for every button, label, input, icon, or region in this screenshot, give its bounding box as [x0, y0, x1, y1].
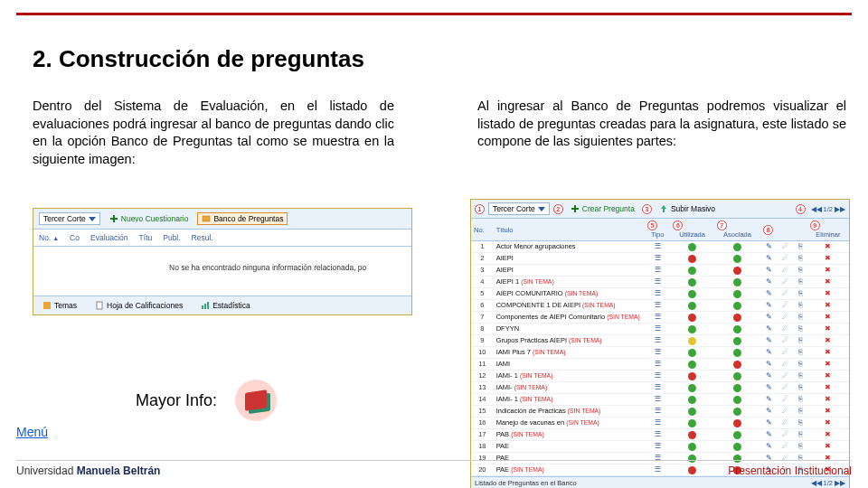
cell-delete[interactable]: ✖ — [807, 418, 849, 429]
cell-title[interactable]: Indicación de Prácticas (SIN TEMA) — [494, 406, 645, 418]
cell-delete[interactable]: ✖ — [807, 324, 849, 335]
cell-delete[interactable]: ✖ — [807, 441, 849, 453]
cell-delete[interactable]: ✖ — [807, 312, 849, 324]
cell-action[interactable]: ✎ — [760, 418, 777, 429]
cell-action[interactable]: ✎ — [760, 312, 777, 324]
cell-delete[interactable]: ✖ — [807, 265, 849, 277]
book-icon[interactable] — [235, 380, 277, 421]
cell-action[interactable]: ☄ — [777, 253, 793, 265]
cell-action[interactable]: ✎ — [760, 359, 777, 371]
corte-selector-2[interactable]: Tercer Corte — [488, 202, 550, 215]
menu-link[interactable]: Menú — [16, 425, 48, 439]
cell-action[interactable]: ☄ — [777, 312, 793, 324]
cell-delete[interactable]: ✖ — [807, 429, 849, 441]
cell-action[interactable]: ✎ — [760, 406, 777, 418]
estadistica-button[interactable]: Estadística — [197, 300, 254, 311]
cell-action[interactable]: ⎘ — [793, 418, 807, 429]
cell-title[interactable]: IAMI — [494, 359, 645, 371]
cell-title[interactable]: AIEPI COMUNITARIO (SIN TEMA) — [494, 288, 645, 300]
banco-preguntas-button[interactable]: Banco de Preguntas — [197, 212, 288, 225]
cell-action[interactable]: ☄ — [777, 394, 793, 406]
cell-action[interactable]: ⎘ — [793, 347, 807, 359]
cell-action[interactable]: ✎ — [760, 371, 777, 382]
temas-button[interactable]: Temas — [39, 300, 80, 311]
cell-delete[interactable]: ✖ — [807, 300, 849, 312]
cell-action[interactable]: ☄ — [777, 324, 793, 335]
cell-action[interactable]: ☄ — [777, 359, 793, 371]
subir-masivo-button[interactable]: Subir Masivo — [656, 203, 719, 214]
cell-action[interactable]: ⎘ — [793, 324, 807, 335]
cell-action[interactable]: ⎘ — [793, 241, 807, 253]
cell-title[interactable]: DFYYN — [494, 324, 645, 335]
cell-title[interactable]: AIEPI 1 (SIN TEMA) — [494, 277, 645, 288]
cell-title[interactable]: IAMI- (SIN TEMA) — [494, 382, 645, 394]
cell-delete[interactable]: ✖ — [807, 371, 849, 382]
cell-action[interactable]: ⎘ — [793, 253, 807, 265]
cell-delete[interactable]: ✖ — [807, 253, 849, 265]
cell-title[interactable]: Actor Menor agrupaciones — [494, 241, 645, 253]
cell-action[interactable]: ⎘ — [793, 265, 807, 277]
cell-delete[interactable]: ✖ — [807, 277, 849, 288]
nuevo-cuestionario-button[interactable]: Nuevo Cuestionario — [106, 213, 193, 224]
cell-delete[interactable]: ✖ — [807, 347, 849, 359]
cell-action[interactable]: ⎘ — [793, 371, 807, 382]
cell-title[interactable]: Manejo de vacunas en (SIN TEMA) — [494, 418, 645, 429]
cell-action[interactable]: ⎘ — [793, 312, 807, 324]
cell-action[interactable]: ✎ — [760, 441, 777, 453]
cell-title[interactable]: PAB (SIN TEMA) — [494, 429, 645, 441]
hoja-button[interactable]: Hoja de Calificaciones — [91, 300, 186, 311]
crear-pregunta-button[interactable]: Crear Pregunta — [567, 203, 638, 214]
next-icon[interactable]: ▶▶ — [835, 479, 845, 487]
cell-action[interactable]: ☄ — [777, 418, 793, 429]
cell-action[interactable]: ✎ — [760, 394, 777, 406]
cell-action[interactable]: ⎘ — [793, 277, 807, 288]
prev-icon[interactable]: ◀◀ — [811, 479, 822, 487]
cell-action[interactable]: ☄ — [777, 406, 793, 418]
cell-action[interactable]: ✎ — [760, 429, 777, 441]
cell-action[interactable]: ⎘ — [793, 359, 807, 371]
cell-title[interactable]: IAMI Plus 7 (SIN TEMA) — [494, 347, 645, 359]
cell-action[interactable]: ⎘ — [793, 382, 807, 394]
cell-action[interactable]: ⎘ — [793, 429, 807, 441]
cell-delete[interactable]: ✖ — [807, 382, 849, 394]
cell-title[interactable]: IAMI- 1 (SIN TEMA) — [494, 371, 645, 382]
cell-action[interactable]: ✎ — [760, 265, 777, 277]
cell-delete[interactable]: ✖ — [807, 288, 849, 300]
cell-action[interactable]: ⎘ — [793, 441, 807, 453]
cell-action[interactable]: ☄ — [777, 335, 793, 347]
cell-action[interactable]: ✎ — [760, 241, 777, 253]
cell-action[interactable]: ⎘ — [793, 406, 807, 418]
cell-action[interactable]: ☄ — [777, 300, 793, 312]
corte-selector[interactable]: Tercer Corte — [39, 212, 100, 225]
cell-action[interactable]: ✎ — [760, 277, 777, 288]
cell-delete[interactable]: ✖ — [807, 335, 849, 347]
cell-action[interactable]: ☄ — [777, 277, 793, 288]
cell-action[interactable]: ⎘ — [793, 335, 807, 347]
cell-action[interactable]: ☄ — [777, 371, 793, 382]
cell-action[interactable]: ✎ — [760, 253, 777, 265]
cell-title[interactable]: IAMI- 1 (SIN TEMA) — [494, 394, 645, 406]
next-icon[interactable]: ▶▶ — [835, 205, 845, 213]
prev-icon[interactable]: ◀◀ — [811, 205, 822, 213]
cell-title[interactable]: AIEPI — [494, 265, 645, 277]
cell-action[interactable]: ⎘ — [793, 288, 807, 300]
cell-action[interactable]: ☄ — [777, 347, 793, 359]
cell-action[interactable]: ✎ — [760, 382, 777, 394]
cell-action[interactable]: ⎘ — [793, 300, 807, 312]
cell-title[interactable]: Componentes de AIEPI Comunitario (SIN TE… — [494, 312, 645, 324]
pager[interactable]: ◀◀ 1/2 ▶▶ — [811, 205, 845, 213]
cell-action[interactable]: ✎ — [760, 324, 777, 335]
cell-action[interactable]: ☄ — [777, 288, 793, 300]
cell-delete[interactable]: ✖ — [807, 406, 849, 418]
cell-title[interactable]: PAE — [494, 441, 645, 453]
cell-title[interactable]: COMPONENTE 1 DE AIEPI (SIN TEMA) — [494, 300, 645, 312]
cell-action[interactable]: ☄ — [777, 441, 793, 453]
cell-action[interactable]: ☄ — [777, 241, 793, 253]
cell-title[interactable]: Grupos Prácticas AIEPI (SIN TEMA) — [494, 335, 645, 347]
cell-title[interactable]: AIEPI — [494, 253, 645, 265]
cell-action[interactable]: ☄ — [777, 382, 793, 394]
cell-delete[interactable]: ✖ — [807, 394, 849, 406]
cell-action[interactable]: ☄ — [777, 265, 793, 277]
pager-bottom[interactable]: ◀◀ 1/2 ▶▶ — [811, 479, 845, 487]
cell-delete[interactable]: ✖ — [807, 241, 849, 253]
